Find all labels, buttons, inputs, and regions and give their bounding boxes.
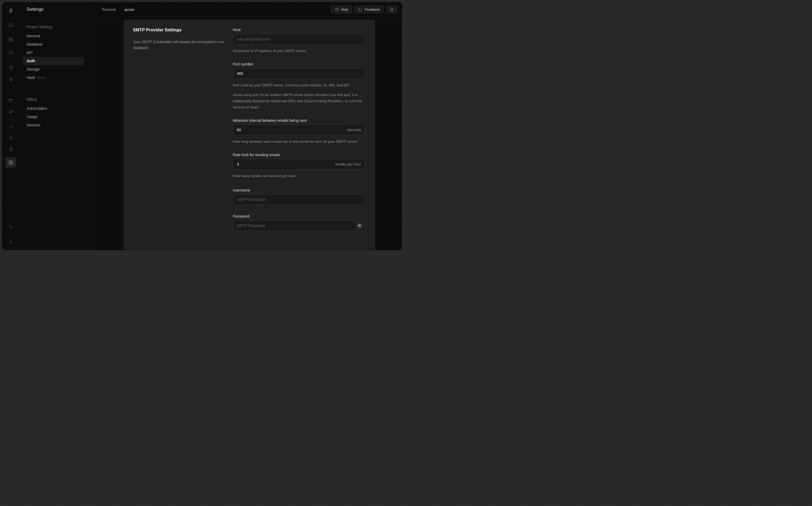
min-interval-label: Minimum interval between emails being se…: [233, 118, 365, 122]
section-title: SMTP Provider Settings: [133, 28, 228, 32]
breadcrumb-org[interactable]: Personal: [102, 7, 116, 11]
host-field-group: Host Hostname or IP address of your SMTP…: [233, 28, 365, 54]
sidebar-item-api[interactable]: API: [19, 49, 94, 57]
password-input[interactable]: [233, 220, 365, 231]
sidebar-item-database[interactable]: Database: [19, 40, 94, 49]
rail-divider: [6, 60, 15, 60]
help-button[interactable]: Help: [331, 5, 352, 13]
docs-icon[interactable]: [5, 144, 16, 154]
username-label: Username: [233, 188, 365, 192]
notifications-button[interactable]: [386, 5, 397, 13]
port-label: Port number: [233, 62, 365, 66]
sidebar-item-invoices[interactable]: Invoices: [19, 121, 94, 129]
port-help: Port used by your SMTP server. Common po…: [233, 82, 365, 88]
speech-bubble-icon: [358, 7, 363, 11]
sidebar-item-storage[interactable]: Storage: [19, 65, 94, 74]
search-icon[interactable]: [5, 221, 16, 232]
icon-rail: [2, 2, 19, 250]
sidebar-item-vault[interactable]: VaultBETA: [19, 74, 94, 82]
top-bar-actions: Help Feedback: [331, 5, 397, 13]
sidebar-item-auth[interactable]: Auth: [22, 57, 84, 65]
reports-icon[interactable]: [5, 121, 16, 132]
section-header: SMTP Provider Settings Your SMTP Credent…: [133, 28, 228, 51]
settings-sidebar: Settings Project Settings General Databa…: [19, 2, 95, 250]
breadcrumb-separator: /: [120, 7, 121, 11]
username-input[interactable]: [233, 194, 365, 205]
bell-icon: [390, 7, 394, 11]
rail-divider: [6, 32, 15, 32]
menu-heading-project-settings: Project Settings: [19, 24, 94, 29]
sidebar-item-subscription[interactable]: Subscription: [19, 104, 94, 113]
breadcrumb: Personal / acme: [102, 7, 134, 12]
host-label: Host: [233, 28, 365, 32]
sql-editor-icon[interactable]: [5, 47, 16, 58]
table-editor-icon[interactable]: [5, 34, 16, 45]
username-field-group: Username: [233, 188, 365, 205]
logs-icon[interactable]: [5, 133, 16, 143]
host-help: Hostname or IP address of your SMTP serv…: [233, 48, 365, 54]
port-input[interactable]: [233, 68, 365, 79]
password-label: Password: [233, 214, 365, 219]
rate-limit-help: How many emails can be sent per hour.: [233, 173, 365, 179]
supabase-logo-icon[interactable]: [5, 6, 16, 16]
rate-limit-field-group: Rate limit for sending emails emails per…: [233, 153, 365, 179]
help-button-label: Help: [341, 7, 348, 11]
database-icon[interactable]: [5, 62, 16, 73]
min-interval-field-group: Minimum interval between emails being se…: [233, 118, 365, 145]
home-icon[interactable]: [5, 19, 16, 30]
host-input[interactable]: [233, 34, 365, 45]
auth-icon[interactable]: [5, 74, 16, 84]
sidebar-item-vault-label: Vault: [26, 75, 35, 80]
eye-icon: [358, 224, 361, 228]
sidebar-item-usage[interactable]: Usage: [19, 113, 94, 121]
settings-icon[interactable]: [5, 157, 16, 168]
main-content: SMTP Provider Settings Your SMTP Credent…: [95, 17, 402, 250]
smtp-settings-panel: SMTP Provider Settings Your SMTP Credent…: [124, 20, 375, 250]
beta-badge: BETA: [38, 76, 46, 79]
sidebar-item-general[interactable]: General: [19, 32, 94, 40]
port-field-group: Port number Port used by your SMTP serve…: [233, 62, 365, 110]
storage-icon[interactable]: [5, 95, 16, 106]
user-icon[interactable]: [5, 237, 16, 247]
menu-divider: [19, 89, 94, 89]
help-circle-icon: [335, 7, 339, 11]
smtp-form: Host Hostname or IP address of your SMTP…: [233, 28, 365, 239]
settings-sidebar-header: Settings: [19, 2, 94, 17]
min-interval-help: How long between each email can a new em…: [233, 139, 365, 145]
rate-limit-label: Rate limit for sending emails: [233, 153, 365, 157]
feedback-button[interactable]: Feedback: [355, 5, 384, 13]
password-field-group: Password: [233, 214, 365, 231]
min-interval-input[interactable]: [233, 124, 365, 135]
menu-heading-billing: Billing: [19, 97, 94, 102]
port-note: Avoid using port 25 as modern SMTP email…: [233, 92, 365, 110]
rate-limit-input[interactable]: [233, 159, 365, 170]
rail-divider: [6, 119, 15, 119]
settings-menu: Project Settings General Database API Au…: [19, 17, 94, 129]
page-title: Settings: [26, 7, 44, 12]
app-window: Settings Project Settings General Databa…: [2, 2, 402, 250]
show-password-button[interactable]: [356, 222, 363, 229]
edge-functions-icon[interactable]: [5, 106, 16, 117]
feedback-button-label: Feedback: [365, 7, 380, 11]
section-description: Your SMTP Credentials will always be enc…: [133, 39, 227, 51]
breadcrumb-project[interactable]: acme: [124, 7, 134, 12]
top-bar: Personal / acme Help Feedback: [95, 2, 402, 17]
